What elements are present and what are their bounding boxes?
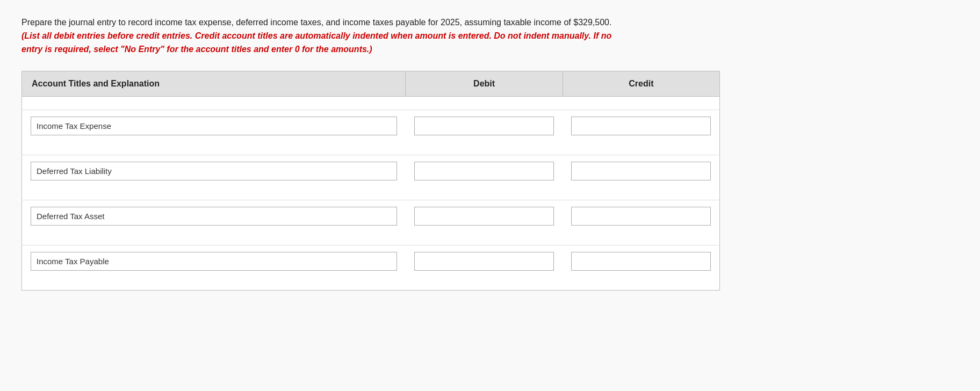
row-spacer (22, 97, 720, 110)
debit-input-2[interactable] (414, 207, 554, 226)
credit-input-2[interactable] (571, 207, 711, 226)
credit-input-1[interactable] (571, 162, 711, 180)
instruction-block: Prepare the journal entry to record inco… (21, 16, 612, 56)
col-header-account: Account Titles and Explanation (22, 71, 406, 97)
table-row (22, 110, 720, 142)
account-input-2[interactable] (31, 207, 397, 226)
col-header-credit: Credit (563, 71, 719, 97)
instruction-normal-text: Prepare the journal entry to record inco… (21, 18, 611, 27)
debit-input-1[interactable] (414, 162, 554, 180)
table-header-row: Account Titles and Explanation Debit Cre… (22, 71, 720, 97)
account-input-1[interactable] (31, 162, 397, 180)
row-spacer (22, 187, 720, 200)
credit-input-3[interactable] (571, 252, 711, 271)
debit-input-3[interactable] (414, 252, 554, 271)
debit-input-0[interactable] (414, 117, 554, 135)
table-row (22, 155, 720, 187)
table-row (22, 245, 720, 278)
account-input-0[interactable] (31, 117, 397, 135)
row-spacer (22, 232, 720, 245)
row-spacer (22, 142, 720, 155)
instruction-italic-text: (List all debit entries before credit en… (21, 31, 611, 54)
col-header-debit: Debit (406, 71, 563, 97)
journal-entry-table: Account Titles and Explanation Debit Cre… (21, 71, 720, 291)
row-spacer-final (22, 277, 720, 291)
account-input-3[interactable] (31, 252, 397, 271)
credit-input-0[interactable] (571, 117, 711, 135)
table-row (22, 200, 720, 233)
